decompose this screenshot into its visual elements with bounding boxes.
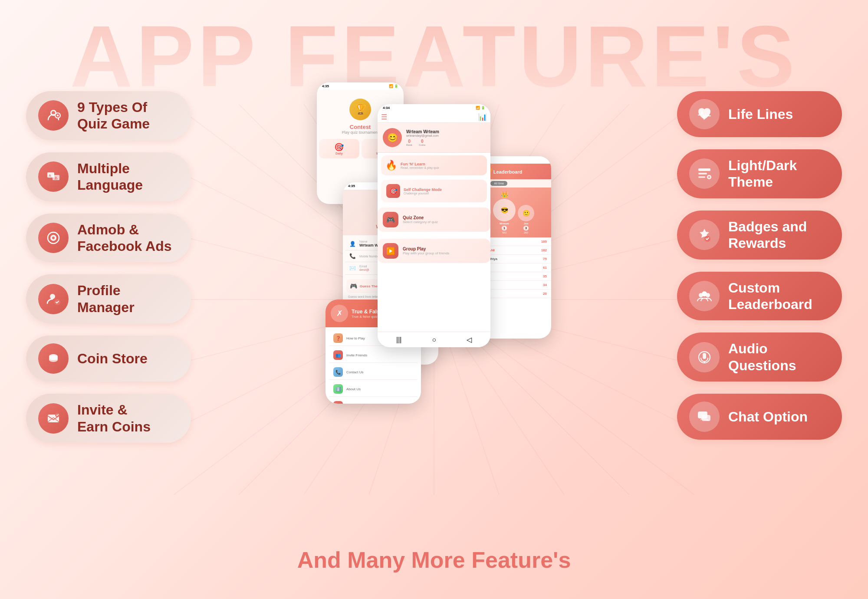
invite-text: Invite &Earn Coins <box>77 402 151 435</box>
badges-icon <box>689 220 720 250</box>
nav-back[interactable]: ||| <box>396 336 401 344</box>
feature-admob[interactable]: Admob &Facebook Ads <box>26 214 191 263</box>
group-play-icon: ▶️ <box>383 243 398 259</box>
feature-profile[interactable]: ProfileManager <box>26 274 191 323</box>
feature-chat[interactable]: Chat Option <box>677 394 842 440</box>
left-features-list: 9 Types OfQuiz Game A あ MultipleLanguage <box>26 91 191 443</box>
svg-point-52 <box>708 176 710 178</box>
lifelines-icon <box>689 99 720 129</box>
challenge-icon: 🎯 <box>386 184 400 198</box>
leaderboard-text: CustomLeaderboard <box>728 280 812 313</box>
feature-multi-lang[interactable]: A あ MultipleLanguage <box>26 152 191 201</box>
svg-point-31 <box>57 115 59 116</box>
admob-text: Admob &Facebook Ads <box>77 221 172 255</box>
lb-tab-alltime[interactable]: All time <box>490 181 507 186</box>
feature-lifelines[interactable]: Life Lines <box>677 91 842 137</box>
feature-badges[interactable]: Badges andRewards <box>677 211 842 260</box>
feature-leaderboard[interactable]: CustomLeaderboard <box>677 272 842 321</box>
terms-item: 📄 Terms & Conditions <box>329 398 418 404</box>
svg-text:あ: あ <box>54 176 58 180</box>
feature-quiz-types[interactable]: 9 Types OfQuiz Game <box>26 91 191 140</box>
coin-store-text: Coin Store <box>77 350 148 367</box>
user-avatar: 😊 <box>383 128 402 147</box>
main-status-bar: 4:34 📶 🔋 <box>378 104 490 112</box>
main-top-nav: ☰ 📊 <box>378 112 490 123</box>
feature-invite[interactable]: Invite &Earn Coins <box>26 394 191 443</box>
nav-home[interactable]: ○ <box>432 336 436 344</box>
player-3rd: 🙂 Jon 3 260 <box>518 205 534 234</box>
profile-text: ProfileManager <box>77 282 135 316</box>
quiz-types-text: 9 Types OfQuiz Game <box>77 99 150 132</box>
player1-avatar: 😎 <box>493 199 516 221</box>
right-features-list: Life Lines Light/DarkTheme <box>677 91 842 440</box>
light-dark-icon <box>689 158 720 189</box>
svg-point-39 <box>50 294 55 299</box>
player3-avatar: 🙂 <box>518 205 534 221</box>
page-container: APP FEATURE'S 9 Types OfQuiz Game <box>0 0 868 599</box>
svg-text:A: A <box>49 174 51 178</box>
quiz-zone-card: 🎮 Quiz Zone Select category of quiz <box>378 207 490 232</box>
quiz-types-icon <box>38 100 69 131</box>
svg-point-45 <box>49 358 58 362</box>
svg-rect-58 <box>703 353 706 359</box>
feature-audio[interactable]: AudioQuestions <box>677 332 842 382</box>
contact-us-item: 📞 Contact Us <box>329 365 418 380</box>
multi-lang-icon: A あ <box>38 161 69 192</box>
invite-friends-item: 👥 Invite Friends <box>329 348 418 363</box>
badges-text: Badges andRewards <box>728 218 807 252</box>
svg-point-56 <box>702 291 707 296</box>
status-bar-contest: 4:35 📶 🔋 <box>317 82 404 90</box>
user-profile-section: 😊 Wrteam Wrteam wrteamdayl@gmail.com 0 R… <box>378 123 490 153</box>
lifelines-text: Life Lines <box>728 106 793 122</box>
audio-text: AudioQuestions <box>728 340 796 374</box>
invite-icon <box>38 403 69 434</box>
leaderboard-icon <box>689 281 720 311</box>
player-1st: 👑 😎 Wrteam 1 583 <box>493 191 516 234</box>
self-challenge-card: 🎯 Self Challenge Mode Challenge yourself <box>381 180 487 202</box>
coin-store-icon <box>38 343 69 374</box>
content-area: 9 Types OfQuiz Game A あ MultipleLanguage <box>0 0 868 599</box>
profile-icon <box>38 284 69 314</box>
quiz-zone-icon: 🎮 <box>383 212 398 227</box>
svg-point-38 <box>52 237 55 239</box>
svg-rect-49 <box>698 173 707 174</box>
bottom-tagline: And Many More Feature's <box>297 547 571 573</box>
light-dark-text: Light/DarkTheme <box>728 157 797 191</box>
audio-icon <box>689 342 720 372</box>
multi-lang-text: MultipleLanguage <box>77 160 143 194</box>
chat-text: Chat Option <box>728 408 808 425</box>
fun-learn-card: 🔥 Fun 'N' Learn Read, remember & play qu… <box>381 155 487 175</box>
feature-light-dark[interactable]: Light/DarkTheme <box>677 149 842 198</box>
about-us-item: ℹ️ About Us <box>329 382 418 397</box>
svg-rect-50 <box>698 176 705 178</box>
user-info: Wrteam Wrteam wrteamdayl@gmail.com 0 Ran… <box>406 129 485 146</box>
admob-icon <box>38 223 69 253</box>
svg-rect-48 <box>698 168 710 171</box>
main-phone-screen: 4:34 📶 🔋 ☰ 📊 😊 Wrteam Wrteam wrteamdayl <box>378 104 490 347</box>
nav-recent[interactable]: ◁ <box>467 336 472 344</box>
group-play-card: ▶️ Group Play Play with your group of fr… <box>378 239 490 263</box>
feature-coin-store[interactable]: Coin Store <box>26 336 191 382</box>
bottom-navigation: ||| ○ ◁ <box>378 332 490 347</box>
chat-icon <box>689 402 720 432</box>
fun-learn-icon: 🔥 <box>385 160 397 171</box>
phones-area: 4:35 📶 🔋 🏆 Contest Play quiz tournament … <box>308 69 560 495</box>
contest-icon: 🏆 <box>349 99 371 120</box>
